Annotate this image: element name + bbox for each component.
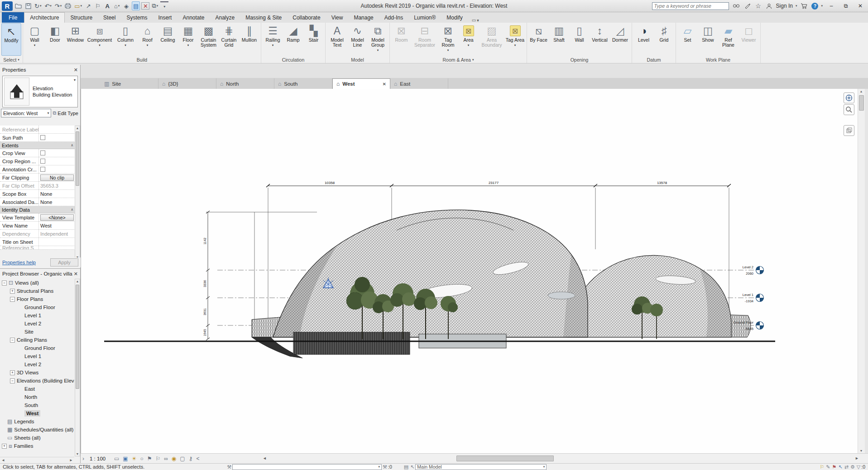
view-tab-site[interactable]: ▥Site [101,78,158,89]
editable-requests-icon[interactable]: ⚒ [383,464,387,470]
component-button[interactable]: ⧈Component▾ [86,23,114,56]
section-extents[interactable]: Extents∧ [0,142,75,149]
tab-systems[interactable]: Systems [121,12,153,23]
default-3d-view-button[interactable]: ⌂▾ [113,1,121,10]
tab-manage[interactable]: Manage [348,12,379,23]
dormer-button[interactable]: ◿Dormer [610,23,630,56]
tree-item-views-all[interactable]: −⊡Views (all) [1,279,74,287]
edit-type-button[interactable]: ⧉Edit Type [53,110,79,116]
property-row[interactable]: Reference Label [0,126,75,134]
activate-dimensions-icon[interactable]: ⚐ [820,464,824,470]
select-toggle-icon[interactable]: ↖ [838,464,842,470]
show-work-plane-button[interactable]: ◫Show [698,23,718,56]
communication-center-icon[interactable] [743,1,752,10]
grid-button[interactable]: ♯Grid [654,23,674,56]
search-icon[interactable] [732,1,741,10]
tree-item-structural-plans[interactable]: +Structural Plans [1,287,74,295]
type-selector[interactable]: ElevationBuilding Elevation ▾ [2,76,78,107]
scroll-up-icon[interactable]: ▲ [858,90,864,93]
tree-item-level-1[interactable]: Level 1 [1,311,74,320]
scroll-down-icon[interactable]: ▼ [858,449,864,452]
measure-button[interactable]: ▭▾ [73,1,83,10]
tree-item-north[interactable]: North [1,393,74,401]
reveal-hidden-elements-icon[interactable]: ◉ [172,455,176,462]
tab-architecture[interactable]: Architecture [24,12,65,23]
displaced-elements-icon[interactable]: ▢ [180,455,185,462]
column-button[interactable]: ▯Column▾ [114,23,137,56]
model-text-button[interactable]: AModel Text [327,23,347,56]
model-line-button[interactable]: ∿Model Line [347,23,368,56]
set-work-plane-button[interactable]: ▱Set [677,23,698,56]
type-combobox[interactable]: Elevation: West▾ [1,109,51,117]
open-button[interactable] [14,1,23,10]
mullion-button[interactable]: ∥Mullion [239,23,259,56]
section-button[interactable]: ◈ [122,1,130,10]
ref-plane-button[interactable]: ▰Ref Plane [718,23,739,56]
group-label-select[interactable]: Select▾ [1,56,21,63]
far-clipping-button[interactable]: No clip [40,174,74,181]
design-options-icon[interactable]: ▤ [404,464,408,470]
revit-logo[interactable]: R [2,1,13,11]
save-button[interactable] [24,1,32,10]
expand-box-icon[interactable]: + [2,444,7,449]
property-row[interactable]: Title on Sheet [0,238,75,246]
tree-item-south[interactable]: South [1,401,74,409]
favorites-icon[interactable]: ☆ [754,1,762,10]
zoom-2d-icon[interactable] [844,104,854,115]
property-row[interactable]: Sun Path [0,134,75,142]
tab-massing-site[interactable]: Massing & Site [240,12,287,23]
tab-annotate[interactable]: Annotate [177,12,210,23]
scroll-right-icon[interactable]: ► [69,458,73,462]
tab-addins[interactable]: Add-Ins [379,12,408,23]
expand-box-icon[interactable]: + [10,289,15,294]
tree-item-legends[interactable]: ▤Legends [1,417,74,426]
scroll-up-icon[interactable]: ▲ [75,280,80,283]
view-tab-east[interactable]: ⌂East [390,78,448,89]
workset-select[interactable]: ▾ [232,464,382,470]
level-button[interactable]: ◑Level [633,23,654,56]
tree-item-west[interactable]: West [1,409,74,417]
property-row[interactable]: Annotation Cr... [0,165,75,174]
wall-button[interactable]: ▢Wall▾ [24,23,45,56]
shaft-button[interactable]: ▥Shaft [549,23,569,56]
switch-windows-button[interactable]: ⧉▾ [151,1,159,10]
ribbon-display-toggle[interactable]: ▭▾ [472,18,479,23]
tree-item-ground-floor[interactable]: Ground Floor [1,303,74,311]
scroll-left-icon[interactable]: ◄ [1,458,5,462]
floor-button[interactable]: ▦Floor▾ [178,23,198,56]
roof-button[interactable]: ⌂Roof▾ [137,23,158,56]
close-button[interactable]: ✕ [854,1,866,10]
redo-button[interactable]: ↷▾ [54,1,62,10]
area-button[interactable]: ⊠Area▾ [458,23,479,56]
tree-item-level-2[interactable]: Level 2 [1,320,74,328]
minimize-button[interactable]: – [825,1,837,10]
exchange-apps-cart-icon[interactable] [800,1,809,10]
tab-modify[interactable]: Modify [441,12,468,23]
help-dropdown-icon[interactable]: ▾ [821,4,823,8]
scroll-down-icon[interactable]: ▼ [75,452,80,455]
close-view-icon[interactable]: ✕ [383,82,386,87]
modify-button[interactable]: ↖ Modify [1,23,21,56]
scroll-left-icon[interactable]: ◄ [263,456,267,460]
close-icon[interactable]: ✕ [74,271,78,277]
door-button[interactable]: ◧Door [45,23,65,56]
curtain-system-button[interactable]: ▩Curtain System [198,23,219,56]
sign-in-avatar-icon[interactable] [765,1,773,10]
view-template-button[interactable]: <None> [40,214,74,221]
sync-button[interactable]: ↻▾ [34,1,42,10]
wall-opening-button[interactable]: ▯Wall [569,23,590,56]
tree-item-ground-floor[interactable]: Ground Floor [1,344,74,352]
view-tab-west[interactable]: ⌂West✕ [332,78,390,89]
view-tab-north[interactable]: ⌂North [216,78,274,89]
print-button[interactable] [64,1,72,10]
curtain-grid-button[interactable]: ⋕Curtain Grid [219,23,239,56]
tree-item-east[interactable]: East [1,385,74,393]
tree-item-ceiling-plans[interactable]: −Ceiling Plans [1,336,74,344]
text-button[interactable]: A [103,1,111,10]
tag-area-button[interactable]: ⊠Tag Area▾ [505,23,525,56]
show-crop-region-icon[interactable]: ⚐ [155,455,160,462]
gear-icon[interactable]: ⚙ [850,464,855,470]
shadows-icon[interactable]: ○ [140,455,143,462]
property-row[interactable]: Crop Region ... [0,157,75,165]
canvas-hscrollbar[interactable]: ◄ ► [262,455,860,462]
